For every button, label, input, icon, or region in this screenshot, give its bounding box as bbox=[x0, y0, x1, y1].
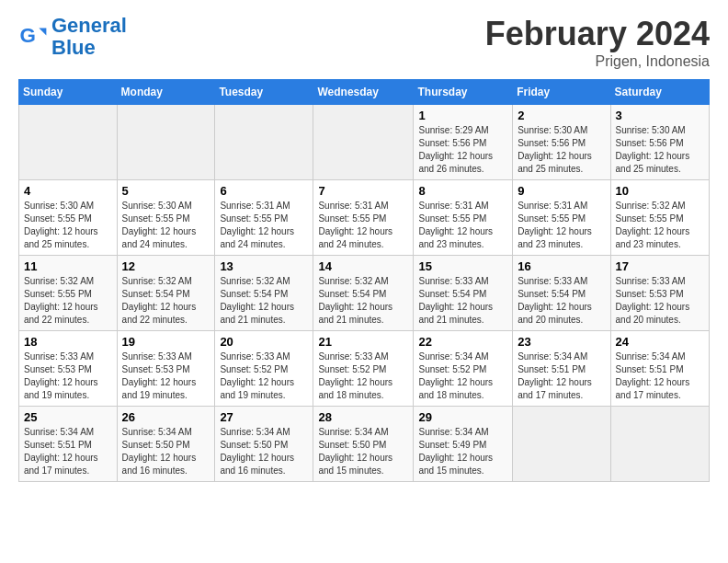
day-info: Sunrise: 5:33 AM Sunset: 5:53 PM Dayligh… bbox=[616, 275, 704, 327]
calendar-cell: 27Sunrise: 5:34 AM Sunset: 5:50 PM Dayli… bbox=[215, 407, 313, 482]
calendar-table: SundayMondayTuesdayWednesdayThursdayFrid… bbox=[18, 79, 710, 482]
day-info: Sunrise: 5:33 AM Sunset: 5:53 PM Dayligh… bbox=[24, 350, 112, 402]
day-number: 20 bbox=[220, 335, 308, 349]
day-info: Sunrise: 5:30 AM Sunset: 5:56 PM Dayligh… bbox=[616, 124, 704, 176]
day-number: 22 bbox=[418, 335, 507, 349]
calendar-cell: 4Sunrise: 5:30 AM Sunset: 5:55 PM Daylig… bbox=[19, 180, 118, 256]
calendar-week-row: 25Sunrise: 5:34 AM Sunset: 5:51 PM Dayli… bbox=[19, 407, 710, 482]
svg-text:G: G bbox=[20, 25, 36, 48]
day-info: Sunrise: 5:34 AM Sunset: 5:49 PM Dayligh… bbox=[418, 426, 507, 477]
day-info: Sunrise: 5:34 AM Sunset: 5:51 PM Dayligh… bbox=[24, 426, 112, 477]
day-info: Sunrise: 5:32 AM Sunset: 5:54 PM Dayligh… bbox=[318, 275, 408, 327]
calendar-week-row: 18Sunrise: 5:33 AM Sunset: 5:53 PM Dayli… bbox=[19, 331, 710, 407]
calendar-cell: 5Sunrise: 5:30 AM Sunset: 5:55 PM Daylig… bbox=[117, 180, 215, 256]
calendar-cell: 6Sunrise: 5:31 AM Sunset: 5:55 PM Daylig… bbox=[215, 180, 313, 256]
logo: G General Blue bbox=[18, 15, 127, 59]
calendar-cell: 23Sunrise: 5:34 AM Sunset: 5:51 PM Dayli… bbox=[513, 331, 610, 407]
day-number: 10 bbox=[616, 184, 704, 198]
day-info: Sunrise: 5:30 AM Sunset: 5:55 PM Dayligh… bbox=[24, 200, 112, 251]
calendar-cell: 1Sunrise: 5:29 AM Sunset: 5:56 PM Daylig… bbox=[414, 105, 513, 180]
calendar-cell: 15Sunrise: 5:33 AM Sunset: 5:54 PM Dayli… bbox=[414, 256, 513, 331]
day-info: Sunrise: 5:33 AM Sunset: 5:52 PM Dayligh… bbox=[220, 350, 308, 402]
calendar-cell bbox=[513, 407, 610, 482]
day-number: 16 bbox=[518, 259, 605, 273]
day-info: Sunrise: 5:33 AM Sunset: 5:52 PM Dayligh… bbox=[318, 350, 408, 402]
day-number: 12 bbox=[122, 259, 210, 273]
calendar-header-row: SundayMondayTuesdayWednesdayThursdayFrid… bbox=[19, 80, 710, 105]
calendar-cell: 17Sunrise: 5:33 AM Sunset: 5:53 PM Dayli… bbox=[610, 256, 709, 331]
calendar-week-row: 1Sunrise: 5:29 AM Sunset: 5:56 PM Daylig… bbox=[19, 105, 710, 180]
day-number: 23 bbox=[518, 335, 605, 349]
day-number: 5 bbox=[122, 184, 210, 198]
day-info: Sunrise: 5:34 AM Sunset: 5:51 PM Dayligh… bbox=[518, 350, 605, 402]
day-number: 18 bbox=[24, 335, 112, 349]
day-number: 2 bbox=[518, 109, 605, 122]
day-number: 11 bbox=[24, 259, 112, 273]
calendar-cell: 21Sunrise: 5:33 AM Sunset: 5:52 PM Dayli… bbox=[313, 331, 414, 407]
day-info: Sunrise: 5:29 AM Sunset: 5:56 PM Dayligh… bbox=[418, 124, 507, 176]
day-info: Sunrise: 5:32 AM Sunset: 5:54 PM Dayligh… bbox=[220, 275, 308, 327]
day-info: Sunrise: 5:34 AM Sunset: 5:50 PM Dayligh… bbox=[122, 426, 210, 477]
page-header: G General Blue February 2024 Prigen, Ind… bbox=[18, 15, 710, 70]
title-block: February 2024 Prigen, Indonesia bbox=[485, 15, 710, 70]
day-number: 21 bbox=[318, 335, 408, 349]
day-number: 7 bbox=[318, 184, 408, 198]
calendar-cell bbox=[117, 105, 215, 180]
calendar-cell: 22Sunrise: 5:34 AM Sunset: 5:52 PM Dayli… bbox=[414, 331, 513, 407]
day-number: 25 bbox=[24, 410, 112, 424]
day-number: 14 bbox=[318, 259, 408, 273]
day-number: 9 bbox=[518, 184, 605, 198]
day-info: Sunrise: 5:30 AM Sunset: 5:55 PM Dayligh… bbox=[122, 200, 210, 251]
calendar-cell: 11Sunrise: 5:32 AM Sunset: 5:55 PM Dayli… bbox=[19, 256, 118, 331]
calendar-cell bbox=[610, 407, 709, 482]
calendar-cell: 13Sunrise: 5:32 AM Sunset: 5:54 PM Dayli… bbox=[215, 256, 313, 331]
day-info: Sunrise: 5:34 AM Sunset: 5:52 PM Dayligh… bbox=[418, 350, 507, 402]
calendar-cell: 7Sunrise: 5:31 AM Sunset: 5:55 PM Daylig… bbox=[313, 180, 414, 256]
logo-text: General Blue bbox=[51, 15, 127, 59]
calendar-cell: 19Sunrise: 5:33 AM Sunset: 5:53 PM Dayli… bbox=[117, 331, 215, 407]
day-number: 27 bbox=[220, 410, 308, 424]
day-number: 17 bbox=[616, 259, 704, 273]
day-number: 6 bbox=[220, 184, 308, 198]
day-number: 15 bbox=[418, 259, 507, 273]
day-info: Sunrise: 5:33 AM Sunset: 5:54 PM Dayligh… bbox=[418, 275, 507, 327]
calendar-header-monday: Monday bbox=[117, 80, 215, 105]
day-number: 19 bbox=[122, 335, 210, 349]
calendar-cell: 29Sunrise: 5:34 AM Sunset: 5:49 PM Dayli… bbox=[414, 407, 513, 482]
calendar-header-saturday: Saturday bbox=[610, 80, 709, 105]
calendar-cell: 8Sunrise: 5:31 AM Sunset: 5:55 PM Daylig… bbox=[414, 180, 513, 256]
calendar-header-thursday: Thursday bbox=[414, 80, 513, 105]
day-number: 28 bbox=[318, 410, 408, 424]
calendar-header-sunday: Sunday bbox=[19, 80, 118, 105]
day-number: 8 bbox=[418, 184, 507, 198]
day-info: Sunrise: 5:32 AM Sunset: 5:55 PM Dayligh… bbox=[616, 200, 704, 251]
day-number: 4 bbox=[24, 184, 112, 198]
day-info: Sunrise: 5:31 AM Sunset: 5:55 PM Dayligh… bbox=[418, 200, 507, 251]
day-info: Sunrise: 5:31 AM Sunset: 5:55 PM Dayligh… bbox=[518, 200, 605, 251]
calendar-cell: 9Sunrise: 5:31 AM Sunset: 5:55 PM Daylig… bbox=[513, 180, 610, 256]
calendar-week-row: 11Sunrise: 5:32 AM Sunset: 5:55 PM Dayli… bbox=[19, 256, 710, 331]
calendar-cell: 18Sunrise: 5:33 AM Sunset: 5:53 PM Dayli… bbox=[19, 331, 118, 407]
day-number: 26 bbox=[122, 410, 210, 424]
calendar-cell: 20Sunrise: 5:33 AM Sunset: 5:52 PM Dayli… bbox=[215, 331, 313, 407]
calendar-header-friday: Friday bbox=[513, 80, 610, 105]
calendar-header-wednesday: Wednesday bbox=[313, 80, 414, 105]
calendar-cell: 10Sunrise: 5:32 AM Sunset: 5:55 PM Dayli… bbox=[610, 180, 709, 256]
day-info: Sunrise: 5:33 AM Sunset: 5:53 PM Dayligh… bbox=[122, 350, 210, 402]
calendar-cell bbox=[313, 105, 414, 180]
day-info: Sunrise: 5:34 AM Sunset: 5:50 PM Dayligh… bbox=[220, 426, 308, 477]
page-subtitle: Prigen, Indonesia bbox=[485, 53, 710, 70]
day-info: Sunrise: 5:32 AM Sunset: 5:54 PM Dayligh… bbox=[122, 275, 210, 327]
day-info: Sunrise: 5:34 AM Sunset: 5:50 PM Dayligh… bbox=[318, 426, 408, 477]
day-info: Sunrise: 5:32 AM Sunset: 5:55 PM Dayligh… bbox=[24, 275, 112, 327]
day-number: 29 bbox=[418, 410, 507, 424]
calendar-header-tuesday: Tuesday bbox=[215, 80, 313, 105]
day-number: 3 bbox=[616, 109, 704, 122]
day-info: Sunrise: 5:30 AM Sunset: 5:56 PM Dayligh… bbox=[518, 124, 605, 176]
calendar-cell: 26Sunrise: 5:34 AM Sunset: 5:50 PM Dayli… bbox=[117, 407, 215, 482]
calendar-cell: 2Sunrise: 5:30 AM Sunset: 5:56 PM Daylig… bbox=[513, 105, 610, 180]
day-info: Sunrise: 5:31 AM Sunset: 5:55 PM Dayligh… bbox=[318, 200, 408, 251]
calendar-cell: 3Sunrise: 5:30 AM Sunset: 5:56 PM Daylig… bbox=[610, 105, 709, 180]
day-info: Sunrise: 5:31 AM Sunset: 5:55 PM Dayligh… bbox=[220, 200, 308, 251]
logo-icon: G bbox=[18, 22, 48, 52]
